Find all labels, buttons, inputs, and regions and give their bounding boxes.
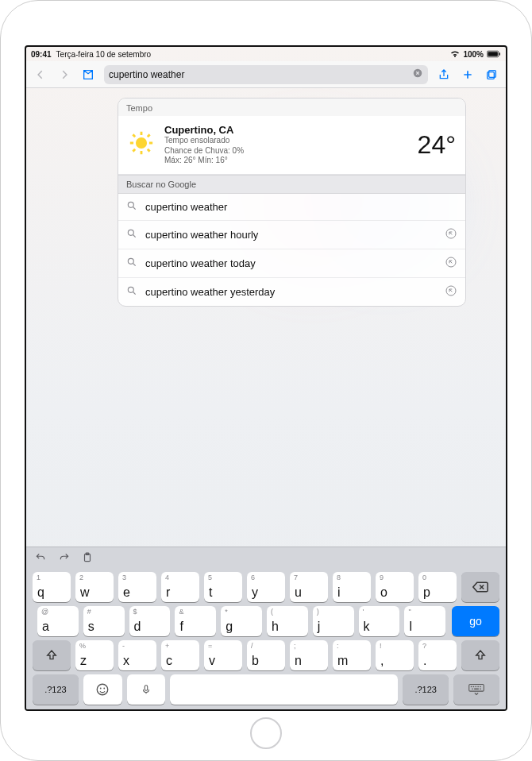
svg-point-23 <box>128 287 133 292</box>
key-l[interactable]: "l <box>404 606 445 636</box>
key-e[interactable]: 3e <box>118 572 156 602</box>
redo-button[interactable] <box>58 552 71 563</box>
autofill-arrow-icon[interactable] <box>445 256 457 271</box>
weather-location: Cupertino, CA <box>164 124 408 136</box>
key-a[interactable]: @a <box>37 606 79 636</box>
key-c[interactable]: +c <box>161 640 199 670</box>
clipboard-button[interactable] <box>82 551 93 564</box>
key-hint: 0 <box>422 574 426 581</box>
key-hint: 7 <box>294 574 298 581</box>
svg-point-30 <box>104 687 106 689</box>
key-m[interactable]: :m <box>333 640 371 670</box>
key-hint: / <box>251 642 253 650</box>
search-icon <box>126 228 137 241</box>
key-label: e <box>123 585 130 600</box>
svg-line-16 <box>133 207 136 209</box>
suggestion-text: cupertino weather hourly <box>145 229 258 241</box>
key-hint: 1 <box>37 574 40 581</box>
key-k[interactable]: 'k <box>359 606 400 636</box>
new-tab-button[interactable] <box>460 67 476 83</box>
backspace-key[interactable] <box>461 572 499 602</box>
autofill-arrow-icon[interactable] <box>445 284 457 299</box>
battery-icon <box>487 50 501 58</box>
svg-point-15 <box>128 202 133 207</box>
svg-line-24 <box>133 292 136 294</box>
section-header-google: Buscar no Google <box>118 175 465 194</box>
key-label: g <box>226 620 233 634</box>
key-,[interactable]: !, <box>376 640 414 670</box>
key-label: k <box>364 620 370 634</box>
key-hint: 5 <box>208 574 212 581</box>
numbers-key-right[interactable]: .?123 <box>403 674 449 705</box>
bookmarks-button[interactable] <box>80 67 96 83</box>
key-u[interactable]: 7u <box>290 572 328 602</box>
svg-rect-2 <box>499 52 500 55</box>
emoji-key[interactable] <box>83 674 122 705</box>
search-icon <box>126 285 137 299</box>
key-.[interactable]: ?. <box>418 640 457 670</box>
key-label: j <box>318 620 321 634</box>
search-input[interactable] <box>109 69 409 80</box>
key-y[interactable]: 6y <box>247 572 285 602</box>
key-q[interactable]: 1q <box>33 572 71 602</box>
svg-line-18 <box>133 234 136 237</box>
battery-percent: 100% <box>463 50 484 59</box>
key-j[interactable]: )j <box>313 606 354 636</box>
dictation-key[interactable] <box>127 674 166 705</box>
key-g[interactable]: *g <box>221 606 262 636</box>
weather-high-low: Máx: 26° Mín: 16° <box>164 156 408 166</box>
key-h[interactable]: (h <box>267 606 308 636</box>
browser-toolbar <box>26 61 506 88</box>
tabs-button[interactable] <box>484 67 499 83</box>
key-b[interactable]: /b <box>247 640 285 670</box>
key-n[interactable]: ;n <box>290 640 328 670</box>
key-hint: * <box>225 608 228 616</box>
key-label: w <box>80 585 90 600</box>
address-bar[interactable] <box>104 65 428 84</box>
key-f[interactable]: &f <box>175 606 216 636</box>
svg-line-13 <box>133 149 135 152</box>
key-x[interactable]: -x <box>118 640 156 670</box>
go-key[interactable]: go <box>452 606 499 636</box>
key-p[interactable]: 0p <box>418 572 457 602</box>
key-label: q <box>37 585 44 600</box>
key-hint: ? <box>422 642 426 650</box>
key-label: t <box>209 585 212 600</box>
forward-button[interactable] <box>56 67 72 83</box>
search-icon <box>126 257 137 270</box>
key-d[interactable]: $d <box>129 606 171 636</box>
spacebar-key[interactable] <box>170 674 398 705</box>
search-suggestion[interactable]: cupertino weather yesterday <box>118 278 465 306</box>
weather-result-card[interactable]: Cupertino, CA Tempo ensolarado Chance de… <box>118 116 465 175</box>
key-z[interactable]: %z <box>75 640 114 670</box>
key-w[interactable]: 2w <box>75 572 114 602</box>
key-label: a <box>42 620 49 634</box>
svg-rect-34 <box>473 686 474 686</box>
key-r[interactable]: 4r <box>161 572 199 602</box>
key-s[interactable]: #s <box>83 606 125 636</box>
suggestion-text: cupertino weather yesterday <box>145 286 275 298</box>
key-v[interactable]: =v <box>204 640 242 670</box>
shift-key-left[interactable] <box>33 640 71 670</box>
hide-keyboard-key[interactable] <box>453 674 499 705</box>
key-i[interactable]: 8i <box>333 572 371 602</box>
autofill-arrow-icon[interactable] <box>445 227 457 242</box>
clear-input-icon[interactable] <box>412 68 423 82</box>
share-button[interactable] <box>436 67 452 83</box>
numbers-key-left[interactable]: .?123 <box>33 674 79 705</box>
svg-line-11 <box>133 135 135 137</box>
weather-temperature: 24° <box>418 130 456 160</box>
svg-line-14 <box>148 135 150 137</box>
search-suggestion[interactable]: cupertino weather <box>118 194 465 221</box>
search-suggestion[interactable]: cupertino weather today <box>118 249 465 278</box>
sun-icon <box>128 129 155 160</box>
shift-key-right[interactable] <box>461 640 499 670</box>
back-button[interactable] <box>33 67 48 83</box>
home-button[interactable] <box>250 717 282 749</box>
key-o[interactable]: 9o <box>376 572 414 602</box>
search-suggestion[interactable]: cupertino weather hourly <box>118 221 465 249</box>
key-t[interactable]: 5t <box>204 572 242 602</box>
key-hint: " <box>408 608 411 616</box>
undo-button[interactable] <box>34 552 47 563</box>
key-hint: 3 <box>122 574 126 581</box>
